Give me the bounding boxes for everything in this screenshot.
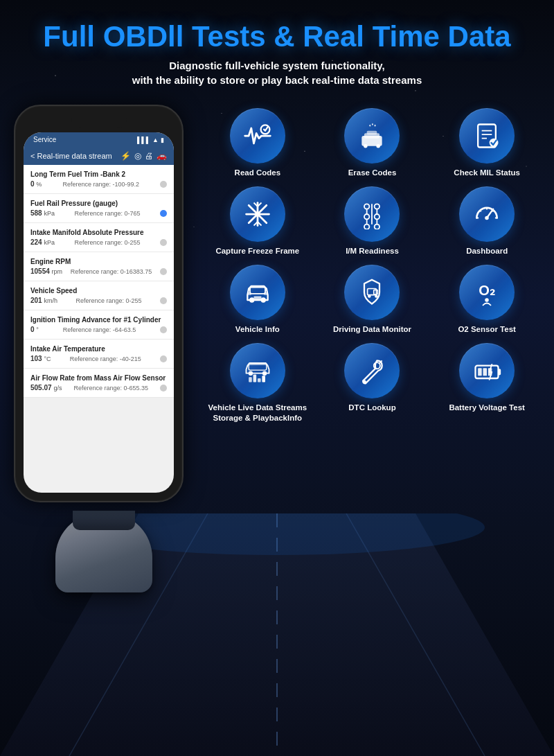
svg-line-36 [487,209,493,218]
service-label: Service [33,136,56,143]
wifi-icon: ▲ [152,137,159,143]
svg-rect-66 [499,369,501,375]
data-row: Long Term Fuel Trim -Bank 2 0 % Referenc… [24,165,174,194]
ecg-icon [242,121,273,151]
transmission-icon [357,199,387,229]
feature-read-codes: Read Codes [204,108,311,178]
data-indicator [160,239,167,246]
feature-label: Vehicle Info [235,324,280,335]
svg-line-24 [258,222,262,226]
signal-icon: ▌▌▌ [137,137,150,143]
o2-sensor-icon-circle: O₂ [459,265,515,320]
battery-icon [472,355,502,386]
snowflake-icon [242,199,273,229]
svg-line-22 [258,203,262,207]
feature-vehicle-info: Vehicle Info [204,265,311,335]
feature-live-data: Vehicle Live Data Streams Storage & Play… [204,343,311,423]
svg-rect-43 [250,288,265,294]
bluetooth-icon: ⚡ [120,151,131,161]
svg-point-63 [364,380,367,383]
battery-voltage-icon-circle [459,343,515,398]
feature-label: Capture Freeze Frame [215,246,299,256]
obd-device-area [14,513,194,592]
car-icon: 🚗 [157,151,167,161]
svg-point-20 [255,211,260,216]
data-row: Engine RPM 10554 rpm Reference range: 0-… [24,252,174,281]
svg-rect-7 [364,134,379,139]
wrench-icon [357,355,387,386]
dtc-lookup-icon-circle [344,343,400,398]
data-indicator [160,385,167,392]
svg-point-26 [375,204,379,209]
feature-dtc-lookup: DTC Lookup [319,343,426,423]
app-header: < Real-time data stream ⚡ ◎ 🖨 🚗 [24,147,174,165]
feature-erase-codes: Erase Codes [319,108,426,178]
svg-rect-6 [362,136,382,146]
chart-bar-icon [242,355,273,386]
main-content: Full OBDll Tests & Real Time Data Diagno… [0,0,554,592]
svg-line-64 [379,360,382,363]
back-button[interactable]: < Real-time data stream [30,152,112,160]
data-row: Air Flow Rate from Mass Air Flow Sensor … [24,369,174,398]
data-row: Intake Air Temperature 103 °C Reference … [24,340,174,369]
feature-o2-sensor: O₂ O2 Sensor Test [434,265,540,335]
feature-check-mil: Check MIL Status [434,108,540,178]
car-front-icon [242,277,273,308]
o2-icon: O₂ [472,277,502,308]
svg-point-25 [364,204,369,209]
svg-point-37 [485,216,489,220]
svg-point-28 [375,214,379,219]
svg-rect-69 [488,368,492,376]
status-icons: ▌▌▌ ▲ ▮ [137,137,164,143]
svg-point-44 [249,297,254,302]
obd-body [55,513,152,592]
obd-device [55,513,152,592]
data-row: Ignition Timing Advance for #1 Cylinder … [24,310,174,340]
feature-label: O2 Sensor Test [458,324,516,335]
data-row: Fuel Rail Pressure (gauge) 588 kPa Refer… [24,194,174,223]
svg-line-23 [253,222,258,226]
svg-rect-61 [262,376,265,382]
live-data-icon-circle [230,343,285,398]
svg-rect-58 [249,377,252,382]
svg-point-5 [260,125,269,134]
print-icon: 🖨 [145,151,153,161]
check-mil-icon-circle [459,108,515,164]
svg-rect-49 [368,289,377,295]
feature-label: Driving Data Monitor [333,324,411,335]
phone-status-bar: Service ▌▌▌ ▲ ▮ [24,132,174,147]
feature-label: Check MIL Status [454,168,520,178]
svg-rect-55 [249,364,267,370]
svg-point-52 [375,295,379,298]
main-layout: Service ▌▌▌ ▲ ▮ < Real-time data stream … [14,105,540,592]
svg-point-27 [364,214,369,219]
data-indicator [160,355,167,362]
feature-label: Battery Voltage Test [449,403,525,413]
freeze-frame-icon-circle [230,186,285,242]
feature-im-readiness: I/M Readiness [319,186,426,256]
data-stream-list: Long Term Fuel Trim -Bank 2 0 % Referenc… [24,165,174,398]
svg-rect-50 [374,290,378,294]
read-codes-icon-circle [230,108,285,164]
svg-point-30 [375,225,379,229]
obd-connector [73,511,135,530]
feature-label: Vehicle Live Data Streams Storage & Play… [204,403,311,423]
feature-label: Erase Codes [348,168,397,178]
svg-rect-8 [367,131,377,135]
car-wash-icon [357,121,387,151]
svg-line-41 [480,211,481,212]
features-grid: Read Codes Er [204,105,540,423]
dashboard-icon-circle [459,186,515,242]
data-row: Vehicle Speed 201 km/h Reference range: … [24,281,174,310]
svg-rect-65 [476,366,499,378]
phone-mockup: Service ▌▌▌ ▲ ▮ < Real-time data stream … [14,105,194,592]
feature-freeze-frame: Capture Freeze Frame [204,186,311,256]
phone-screen: Service ▌▌▌ ▲ ▮ < Real-time data stream … [24,132,174,493]
svg-rect-60 [258,378,261,383]
svg-rect-68 [483,368,488,376]
data-indicator [160,210,167,217]
svg-line-42 [492,211,494,212]
svg-point-62 [374,362,380,369]
page-subtitle: Diagnostic full-vehicle system functiona… [14,58,540,87]
checklist-icon [472,121,502,151]
